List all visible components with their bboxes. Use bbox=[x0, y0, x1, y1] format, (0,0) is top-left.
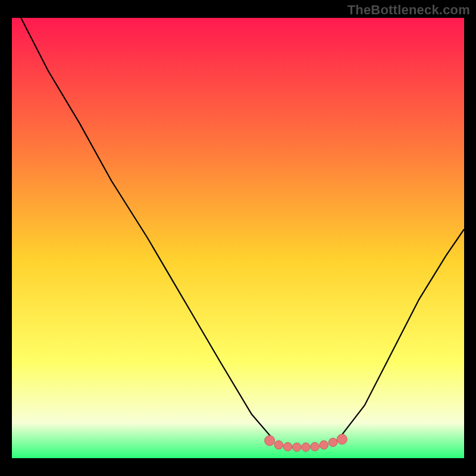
chart-frame: TheBottleneck.com bbox=[0, 0, 476, 476]
curve-right-arm bbox=[337, 229, 464, 440]
valley-marker bbox=[328, 438, 337, 446]
valley-marker bbox=[274, 441, 283, 449]
curve-left-arm bbox=[21, 18, 274, 440]
valley-marker bbox=[265, 436, 275, 446]
valley-marker bbox=[311, 443, 319, 451]
watermark-text: TheBottleneck.com bbox=[347, 2, 470, 18]
valley-marker bbox=[293, 443, 301, 451]
valley-marker bbox=[320, 441, 328, 449]
plot-area bbox=[12, 18, 464, 458]
curve-layer bbox=[12, 18, 464, 458]
valley-marker bbox=[302, 443, 310, 451]
plot-inner bbox=[12, 18, 464, 458]
valley-marker bbox=[283, 443, 292, 451]
valley-marker bbox=[337, 434, 347, 444]
valley-marker-group bbox=[265, 434, 347, 452]
